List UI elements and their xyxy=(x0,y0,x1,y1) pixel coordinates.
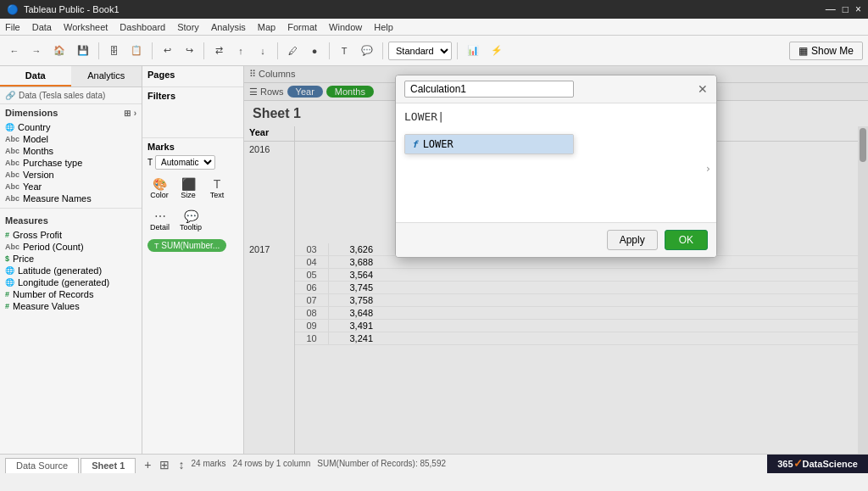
highlight-btn[interactable]: 🖊 xyxy=(283,40,302,62)
toolbar: ← → 🏠 💾 🗄 📋 ↩ ↪ ⇄ ↑ ↓ 🖊 ● T 💬 Standard 📊… xyxy=(0,36,868,66)
globe-icon-2: 🌐 xyxy=(5,266,14,275)
size-btn[interactable]: ⬛ Size xyxy=(176,175,200,202)
share-btn[interactable]: ⚡ xyxy=(487,40,507,62)
analytics-tab[interactable]: Analytics xyxy=(71,66,142,86)
menu-data[interactable]: Data xyxy=(32,22,52,32)
title-controls: — □ × xyxy=(826,3,861,15)
data-source-item[interactable]: 🔗 Data (Tesla sales data) xyxy=(0,87,142,104)
sheet-options-button[interactable]: ⊞ xyxy=(156,456,173,473)
ok-button[interactable]: OK xyxy=(665,230,708,250)
menu-analysis[interactable]: Analysis xyxy=(211,22,246,32)
marks-section: Marks T Automatic 🎨 Color ⬛ Size T Te xyxy=(142,138,243,255)
dimensions-list: 🌐 Country Abc Model Abc Months Abc Purch… xyxy=(0,121,142,204)
text-btn[interactable]: T Text xyxy=(205,175,229,202)
paste-btn[interactable]: 📋 xyxy=(126,40,147,62)
undo-btn[interactable]: ↩ xyxy=(158,40,176,62)
label-btn[interactable]: T xyxy=(335,40,353,62)
field-period-count[interactable]: Abc Period (Count) xyxy=(0,241,142,253)
field-price-label: Price xyxy=(13,254,34,264)
detail-btn[interactable]: ⋯ Detail xyxy=(147,207,172,234)
autocomplete-item[interactable]: f LOWER xyxy=(405,135,573,153)
menu-help[interactable]: Help xyxy=(374,22,393,32)
color-btn[interactable]: 🎨 Color xyxy=(147,175,171,202)
menu-story[interactable]: Story xyxy=(177,22,199,32)
color-label: Color xyxy=(150,191,169,199)
field-measure-names[interactable]: Abc Measure Names xyxy=(0,192,142,204)
tooltip-btn[interactable]: 💬 xyxy=(357,40,377,62)
show-me-label: Show Me xyxy=(811,45,854,57)
rows-info: 24 rows by 1 column xyxy=(233,459,311,468)
color-icon: 🎨 xyxy=(153,177,167,191)
menu-worksheet[interactable]: Worksheet xyxy=(64,22,108,32)
menu-format[interactable]: Format xyxy=(287,22,317,32)
calculation-dialog: Calculation1 ✕ LOWER| f LOWER › xyxy=(395,75,717,258)
field-gross-profit[interactable]: # Gross Profit xyxy=(0,229,142,241)
menu-file[interactable]: File xyxy=(5,22,20,32)
new-sheet-button[interactable]: + xyxy=(141,456,154,473)
main-area: Data Analytics 🔗 Data (Tesla sales data)… xyxy=(0,66,868,454)
tooltip-btn[interactable]: 💬 Tooltip xyxy=(177,207,204,234)
field-country[interactable]: 🌐 Country xyxy=(0,121,142,133)
field-latitude[interactable]: 🌐 Latitude (generated) xyxy=(0,265,142,276)
calc-editor-text: LOWER| xyxy=(404,110,444,123)
field-version[interactable]: Abc Version xyxy=(0,169,142,181)
field-number-records[interactable]: # Number of Records xyxy=(0,288,142,300)
dim-grid-icon[interactable]: ⊞ xyxy=(124,109,131,118)
viz-type-select[interactable]: Standard xyxy=(388,42,452,60)
sum-pill[interactable]: T SUM(Number... xyxy=(147,239,226,252)
field-model[interactable]: Abc Model xyxy=(0,133,142,145)
dimensions-label: Dimensions xyxy=(5,108,58,118)
field-year-label: Year xyxy=(23,181,42,192)
menu-map[interactable]: Map xyxy=(258,22,275,32)
sort-desc-btn[interactable]: ↓ xyxy=(253,40,272,62)
field-measure-values[interactable]: # Measure Values xyxy=(0,300,142,312)
sort-asc-btn[interactable]: ↑ xyxy=(231,40,250,62)
field-longitude[interactable]: 🌐 Longitude (generated) xyxy=(0,276,142,288)
datasource-tab[interactable]: Data Source xyxy=(5,458,79,473)
close-btn[interactable]: × xyxy=(855,3,861,15)
forward-button[interactable]: → xyxy=(27,40,46,62)
marks-count: 24 marks xyxy=(191,459,225,468)
calc-editor[interactable]: LOWER| f LOWER › xyxy=(396,103,716,222)
swap-btn[interactable]: ⇄ xyxy=(209,40,228,62)
expand-arrow-icon[interactable]: › xyxy=(705,163,711,175)
sheet1-tab[interactable]: Sheet 1 xyxy=(81,458,136,473)
sum-info: SUM(Number of Records): 85,592 xyxy=(317,459,446,468)
field-gross-profit-label: Gross Profit xyxy=(13,230,62,240)
data-source-name: Data (Tesla sales data) xyxy=(19,91,105,100)
back-button[interactable]: ← xyxy=(5,40,24,62)
data-source-icon: 🔗 xyxy=(5,91,15,100)
canvas-area: ⠿ Columns ☰ Rows Year Months Sheet 1 Yea… xyxy=(244,66,868,454)
menu-window[interactable]: Window xyxy=(329,22,362,32)
field-year[interactable]: Abc Year xyxy=(0,181,142,192)
marks-type-select[interactable]: Automatic xyxy=(155,155,215,170)
field-latitude-label: Latitude (generated) xyxy=(18,265,102,276)
data-tab[interactable]: Data xyxy=(0,66,71,86)
minimize-btn[interactable]: — xyxy=(826,3,836,15)
abc-icon: Abc xyxy=(5,135,19,143)
data-analytics-tabs: Data Analytics xyxy=(0,66,142,87)
home-button[interactable]: 🏠 xyxy=(49,40,70,62)
dollar-icon: $ xyxy=(5,254,9,263)
show-me-button[interactable]: ▦ Show Me xyxy=(789,42,863,60)
calc-name-input[interactable]: Calculation1 xyxy=(404,81,574,98)
autocomplete-dropdown: f LOWER xyxy=(404,134,574,154)
sheet-sort-button[interactable]: ↕ xyxy=(175,456,187,473)
dim-add-icon[interactable]: › xyxy=(134,109,136,118)
brand-number: 365 xyxy=(777,459,793,469)
new-datasource-btn[interactable]: 🗄 xyxy=(104,40,123,62)
fix-axis-btn[interactable]: 📊 xyxy=(463,40,483,62)
group-btn[interactable]: ● xyxy=(305,40,324,62)
dialog-close-button[interactable]: ✕ xyxy=(698,82,708,96)
save-button[interactable]: 💾 xyxy=(73,40,93,62)
field-purchase-type[interactable]: Abc Purchase type xyxy=(0,157,142,169)
brand-badge: 365 ✓ DataScience xyxy=(767,455,868,473)
abc-icon-2: Abc xyxy=(5,147,19,155)
field-months[interactable]: Abc Months xyxy=(0,145,142,157)
maximize-btn[interactable]: □ xyxy=(843,3,849,15)
menu-dashboard[interactable]: Dashboard xyxy=(120,22,165,32)
middle-panel: Pages Filters Marks T Automatic 🎨 Color … xyxy=(142,66,244,454)
apply-button[interactable]: Apply xyxy=(607,230,658,250)
redo-btn[interactable]: ↪ xyxy=(180,40,198,62)
field-price[interactable]: $ Price xyxy=(0,253,142,265)
